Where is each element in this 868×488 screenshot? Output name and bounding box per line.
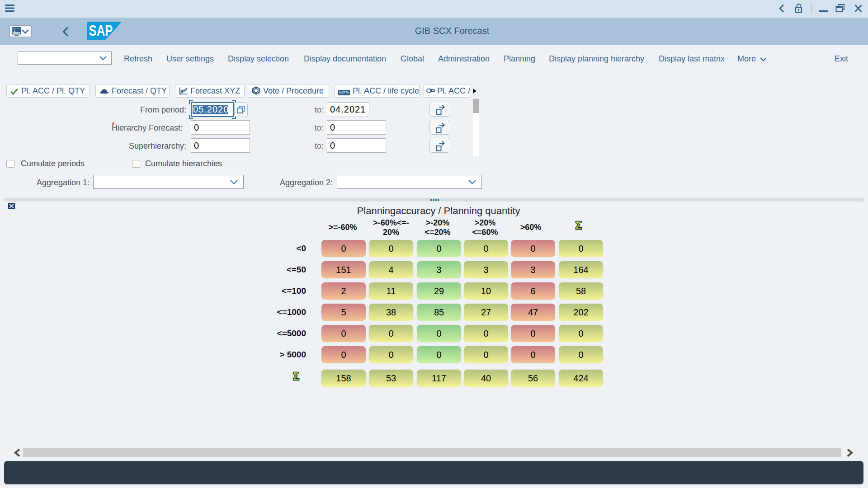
svg-text:Σ: Σ [293, 371, 299, 381]
svg-text:SAP: SAP [89, 22, 113, 39]
svg-text:Σ: Σ [576, 221, 582, 230]
